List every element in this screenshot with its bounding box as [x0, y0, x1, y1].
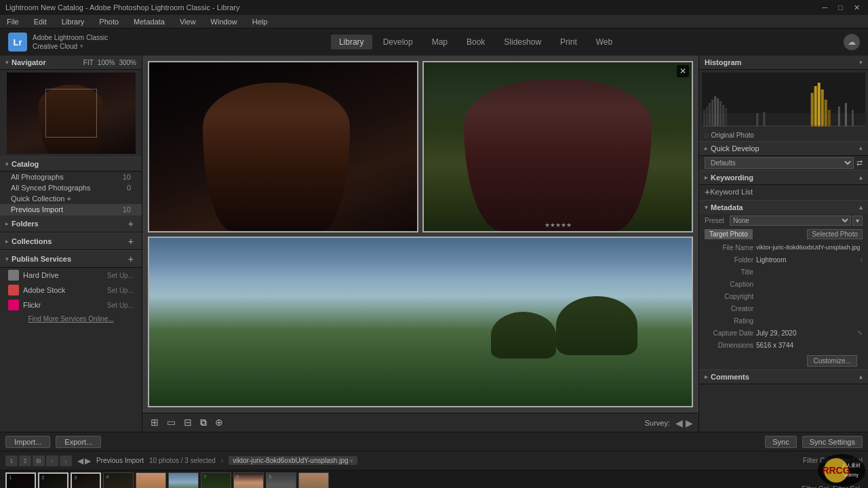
- menu-view[interactable]: View: [177, 16, 199, 27]
- metadata-preset-btn[interactable]: ▾: [852, 216, 863, 226]
- film-thumb-3[interactable]: 3: [71, 472, 101, 488]
- svg-rect-8: [722, 105, 724, 127]
- film-thumb-10[interactable]: 10: [298, 472, 329, 488]
- film-thumb-4[interactable]: 4: [103, 472, 134, 488]
- export-btn[interactable]: Export...: [56, 436, 101, 448]
- view-people-btn[interactable]: ⊕: [212, 415, 226, 430]
- film-thumb-2[interactable]: 2: [38, 472, 68, 488]
- view-mode-1[interactable]: 1: [5, 455, 18, 466]
- menu-edit[interactable]: Edit: [31, 16, 50, 27]
- view-grid-mode-btn[interactable]: ⊞: [33, 455, 45, 466]
- module-slideshow[interactable]: Slideshow: [496, 35, 549, 49]
- view-compare-btn[interactable]: ⊟: [181, 415, 195, 430]
- zoom-300[interactable]: 300%: [119, 59, 136, 66]
- photo-forest-portrait[interactable]: ✕ ★★★★★: [422, 61, 693, 232]
- histogram-header[interactable]: Histogram ▾: [699, 56, 868, 70]
- view-grid-btn[interactable]: ⊞: [148, 415, 161, 430]
- catalog-quick-collection[interactable]: Quick Collection +: [0, 193, 142, 204]
- view-mode-2[interactable]: 2: [19, 455, 31, 466]
- menu-window[interactable]: Window: [208, 16, 240, 27]
- quick-develop-header[interactable]: ▸Quick Develop ▴: [699, 141, 868, 156]
- prev-import-label[interactable]: Previous Import: [96, 457, 144, 464]
- film-thumb-9[interactable]: 9: [266, 472, 296, 488]
- folders-add-btn[interactable]: +: [125, 218, 136, 229]
- develop-arrow-btn[interactable]: ⇄: [856, 159, 863, 167]
- metadata-preset-select[interactable]: None: [730, 216, 851, 226]
- nav-prev-btn[interactable]: ◀: [675, 418, 683, 428]
- module-web[interactable]: Web: [588, 35, 620, 49]
- folders-header[interactable]: ▸Folders +: [0, 215, 142, 232]
- zoom-fit[interactable]: FIT: [83, 59, 94, 66]
- filmstrip-prev-btn[interactable]: ◀: [77, 456, 83, 466]
- title-input[interactable]: [756, 268, 863, 276]
- caption-input[interactable]: [756, 280, 863, 288]
- catalog-all-synced[interactable]: All Synced Photographs 0: [0, 182, 142, 193]
- publish-services-header[interactable]: ▾Publish Services +: [0, 250, 142, 268]
- left-panel: ▾ Navigator FIT 100% 300% ▾Catalog: [0, 56, 142, 432]
- import-btn[interactable]: Import...: [5, 436, 50, 448]
- nav-next-btn[interactable]: ▶: [686, 418, 693, 428]
- film-thumb-8[interactable]: 8: [233, 472, 264, 488]
- capture-date-edit-icon[interactable]: ✎: [857, 329, 863, 337]
- filename-dropdown[interactable]: ▾: [350, 458, 353, 464]
- rating-input[interactable]: [756, 317, 863, 325]
- develop-preset-select[interactable]: Defaults: [705, 157, 854, 169]
- find-services-link[interactable]: Find More Services Online...: [0, 312, 142, 325]
- film-thumb-7[interactable]: 7: [201, 472, 231, 488]
- module-map[interactable]: Map: [424, 35, 456, 49]
- folder-arrow-icon[interactable]: ›: [861, 256, 863, 264]
- module-develop[interactable]: Develop: [375, 35, 421, 49]
- zoom-100[interactable]: 100%: [98, 59, 115, 66]
- menu-file[interactable]: File: [4, 16, 22, 27]
- minimize-btn[interactable]: ─: [820, 3, 831, 12]
- metadata-header[interactable]: ▾Metadata ▴: [699, 200, 868, 214]
- customize-btn[interactable]: Customize...: [807, 355, 857, 367]
- film-thumb-1[interactable]: 1: [5, 472, 36, 488]
- photo-close-btn[interactable]: ✕: [677, 65, 689, 77]
- navigator-header[interactable]: ▾ Navigator FIT 100% 300%: [0, 56, 142, 70]
- sync-settings-btn[interactable]: Sync Settings: [802, 436, 863, 448]
- folders-section: ▸Folders +: [0, 215, 142, 232]
- module-print[interactable]: Print: [552, 35, 585, 49]
- window-controls[interactable]: ─ □ ✕: [820, 3, 863, 12]
- filmstrip-next-btn[interactable]: ▶: [85, 456, 91, 466]
- maximize-btn[interactable]: □: [835, 3, 846, 12]
- publish-adobe-stock[interactable]: Adobe Stock Set Up...: [0, 283, 142, 298]
- flickr-setup[interactable]: Set Up...: [107, 302, 134, 309]
- catalog-header[interactable]: ▾Catalog: [0, 157, 142, 171]
- photo-dark-portrait[interactable]: [148, 61, 418, 232]
- menu-metadata[interactable]: Metadata: [131, 16, 167, 27]
- keyword-add-btn[interactable]: +: [705, 186, 710, 197]
- creator-row: Creator: [699, 302, 868, 314]
- adobe-stock-setup[interactable]: Set Up...: [107, 287, 134, 294]
- menu-library[interactable]: Library: [59, 16, 87, 27]
- collections-header[interactable]: ▸Collections +: [0, 232, 142, 250]
- photo-landscape[interactable]: [148, 237, 693, 408]
- catalog-all-photographs[interactable]: All Photographs 10: [0, 171, 142, 182]
- view-loupe-btn[interactable]: ▭: [164, 415, 178, 430]
- copyright-input[interactable]: [756, 292, 863, 300]
- view-sort-up-btn[interactable]: ↑: [46, 455, 58, 466]
- menu-help[interactable]: Help: [250, 16, 271, 27]
- module-book[interactable]: Book: [458, 35, 493, 49]
- film-thumb-6[interactable]: 6: [168, 472, 199, 488]
- publish-services-add-btn[interactable]: +: [125, 253, 136, 264]
- publish-hard-drive[interactable]: Hard Drive Set Up...: [0, 268, 142, 283]
- catalog-previous-import[interactable]: Previous Import 10: [0, 204, 142, 215]
- view-survey-btn[interactable]: ⧉: [197, 415, 210, 430]
- sync-btn-bar[interactable]: Sync: [765, 436, 796, 448]
- target-photo-btn[interactable]: Target Photo: [705, 229, 753, 239]
- menu-photo[interactable]: Photo: [96, 16, 121, 27]
- module-library[interactable]: Library: [331, 35, 372, 49]
- publish-flickr[interactable]: Flickr Set Up...: [0, 298, 142, 312]
- keywording-header[interactable]: ▸Keywording ▴: [699, 170, 868, 185]
- view-sort-down-btn[interactable]: ↓: [60, 455, 72, 466]
- collections-add-btn[interactable]: +: [125, 236, 136, 247]
- close-btn[interactable]: ✕: [851, 3, 863, 12]
- cloud-sync-btn[interactable]: ☁: [844, 34, 860, 50]
- creator-input[interactable]: [756, 304, 863, 312]
- film-thumb-5[interactable]: 5: [136, 472, 166, 488]
- comments-header[interactable]: ▸Comments ▴: [699, 369, 868, 384]
- selected-photo-btn[interactable]: Selected Photo: [807, 229, 863, 239]
- hard-drive-setup[interactable]: Set Up...: [107, 272, 134, 279]
